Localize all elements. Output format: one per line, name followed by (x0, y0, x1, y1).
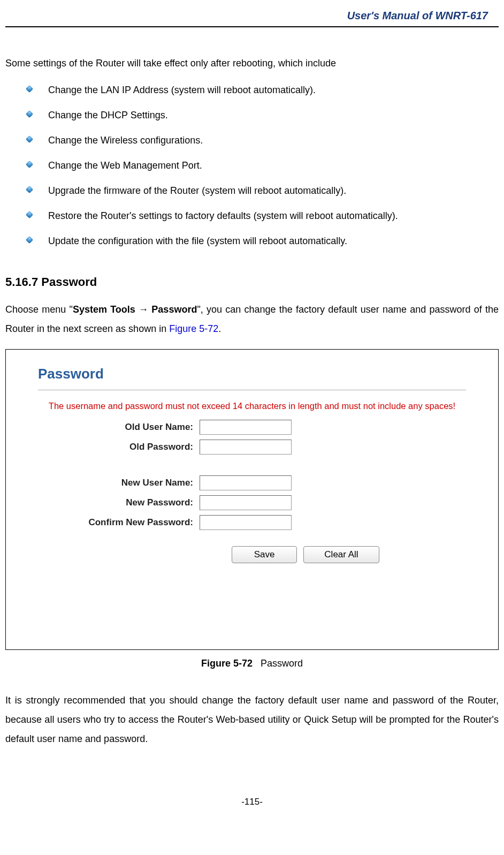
button-row: Save Clear All (232, 546, 482, 563)
menu-path-bold: System Tools → Password (73, 304, 197, 315)
form-gap (54, 459, 482, 475)
intro-paragraph: Some settings of the Router will take ef… (5, 54, 499, 72)
figure-link[interactable]: Figure 5-72 (169, 323, 218, 334)
para-text: Choose menu " (5, 304, 73, 315)
figure-caption-title: Password (261, 658, 303, 669)
form-row-new-user: New User Name: (54, 475, 482, 490)
label-old-user-name: Old User Name: (54, 422, 200, 433)
closing-paragraph: It is strongly recommended that you shou… (5, 691, 499, 748)
list-item: Update the configuration with the file (… (27, 234, 499, 248)
list-item: Upgrade the firmware of the Router (syst… (27, 184, 499, 198)
para-text: . (218, 323, 221, 334)
page-number: -115- (5, 797, 499, 818)
clear-all-button[interactable]: Clear All (303, 546, 379, 563)
input-old-user-name[interactable] (200, 420, 292, 435)
section-heading-password: 5.16.7 Password (5, 275, 499, 289)
list-item: Change the Web Management Port. (27, 158, 499, 173)
figure-caption-number: Figure 5-72 (201, 658, 253, 669)
list-item: Change the LAN IP Address (system will r… (27, 83, 499, 97)
panel-title: Password (38, 366, 482, 382)
figure-password-panel: Password The username and password must … (5, 349, 499, 650)
list-item: Restore the Router's settings to factory… (27, 209, 499, 223)
input-new-password[interactable] (200, 495, 292, 510)
form-row-old-pass: Old Password: (54, 440, 482, 455)
panel-rule (38, 390, 466, 390)
password-form: Old User Name: Old Password: New User Na… (54, 420, 482, 563)
list-item: Change the DHCP Settings. (27, 108, 499, 123)
save-button[interactable]: Save (232, 546, 297, 563)
label-confirm-password: Confirm New Password: (54, 517, 200, 528)
label-new-user-name: New User Name: (54, 478, 200, 488)
section-paragraph: Choose menu "System Tools → Password", y… (5, 300, 499, 338)
figure-caption: Figure 5-72 Password (5, 658, 499, 669)
reboot-settings-list: Change the LAN IP Address (system will r… (5, 83, 499, 248)
warning-text: The username and password must not excee… (22, 401, 482, 411)
label-new-password: New Password: (54, 497, 200, 508)
form-row-new-pass: New Password: (54, 495, 482, 510)
form-row-old-user: Old User Name: (54, 420, 482, 435)
input-confirm-password[interactable] (200, 515, 292, 530)
input-old-password[interactable] (200, 440, 292, 455)
list-item: Change the Wireless configurations. (27, 133, 499, 148)
header-rule (5, 26, 499, 27)
form-row-confirm: Confirm New Password: (54, 515, 482, 530)
label-old-password: Old Password: (54, 442, 200, 452)
input-new-user-name[interactable] (200, 475, 292, 490)
header-title: User's Manual of WNRT-617 (5, 0, 499, 26)
